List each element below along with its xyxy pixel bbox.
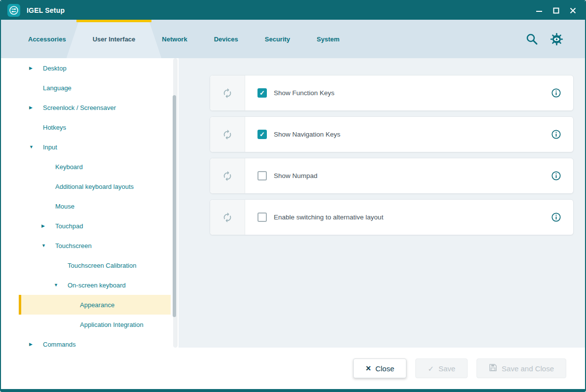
setting-card-show-numpad: Show Numpad [210, 158, 574, 194]
checkbox-show-function-keys[interactable] [257, 88, 267, 98]
chevron-right-icon[interactable]: ▶ [29, 66, 40, 71]
close-button-label: Close [375, 364, 394, 373]
sidebar-item-label: Language [43, 84, 72, 92]
reset-parameter-icon[interactable] [222, 129, 233, 140]
igel-setup-window: IGEL Setup AccessoriesUser InterfaceNetw… [0, 0, 586, 392]
tab-label: System [317, 36, 339, 43]
sidebar-tree: ▶DesktopLanguage▶Screenlock / Screensave… [1, 58, 179, 348]
minimize-icon [536, 7, 543, 14]
close-button[interactable]: × Close [353, 358, 406, 378]
close-x-icon: × [366, 364, 371, 373]
sidebar-item-commands[interactable]: ▶Commands [1, 334, 179, 348]
info-icon[interactable] [551, 88, 561, 98]
sidebar-scrollbar-thumb[interactable] [173, 95, 176, 317]
sidebar-item-desktop[interactable]: ▶Desktop [1, 58, 179, 78]
save-button[interactable]: ✓ Save [415, 358, 468, 378]
sidebar-item-label: Additional keyboard layouts [55, 183, 134, 190]
reset-cell [210, 200, 245, 235]
settings-list: Show Function Keys Show Navigation Keys [210, 75, 574, 235]
tab-bar: AccessoriesUser InterfaceNetworkDevicesS… [1, 20, 585, 58]
tab-label: Accessories [28, 36, 66, 43]
sidebar-item-mouse[interactable]: Mouse [1, 196, 179, 216]
sidebar-item-label: Touchpad [55, 222, 83, 230]
sidebar-item-touchpad[interactable]: ▶Touchpad [1, 216, 179, 236]
save-and-close-button[interactable]: Save and Close [476, 358, 566, 378]
setting-label: Show Navigation Keys [274, 131, 340, 138]
sidebar-item-hotkeys[interactable]: Hotkeys [1, 117, 179, 137]
title-bar: IGEL Setup [1, 1, 585, 20]
main-area: ▶DesktopLanguage▶Screenlock / Screensave… [1, 58, 585, 348]
checkbox-show-navigation-keys[interactable] [257, 130, 267, 139]
chevron-down-icon[interactable]: ▼ [29, 144, 40, 149]
setting-card-show-function-keys: Show Function Keys [210, 75, 574, 111]
sidebar-item-label: Keyboard [55, 163, 83, 171]
sidebar-item-label: Desktop [43, 65, 67, 72]
sidebar-item-on-screen-keyboard[interactable]: ▼On-screen keyboard [1, 275, 179, 295]
footer-bar: × Close ✓ Save Save and Close [1, 348, 585, 389]
sidebar-item-appearance[interactable]: Appearance [19, 295, 171, 315]
maximize-icon [553, 7, 559, 14]
tab-label: Security [265, 36, 290, 43]
sidebar-item-label: Application Integration [80, 321, 144, 328]
igel-logo-icon [7, 4, 20, 17]
reset-cell [210, 158, 245, 193]
sidebar-item-input[interactable]: ▼Input [1, 137, 179, 157]
tab-security[interactable]: Security [252, 20, 303, 58]
setting-label: Enable switching to alternative layout [274, 214, 383, 221]
sidebar-item-label: Commands [43, 341, 75, 348]
sidebar-item-label: Appearance [80, 301, 114, 309]
tab-system[interactable]: System [303, 20, 353, 58]
sidebar-item-touchscreen[interactable]: ▼Touchscreen [1, 236, 179, 255]
sidebar: ▶DesktopLanguage▶Screenlock / Screensave… [1, 58, 179, 348]
reset-cell [210, 117, 245, 152]
sidebar-item-keyboard[interactable]: Keyboard [1, 157, 179, 177]
tab-label: Network [162, 36, 187, 43]
check-icon: ✓ [428, 365, 434, 372]
sidebar-item-label: On-screen keyboard [68, 282, 126, 289]
maximize-button[interactable] [549, 3, 563, 17]
info-icon[interactable] [551, 171, 561, 181]
info-icon[interactable] [551, 212, 561, 222]
save-button-label: Save [439, 364, 455, 373]
tab-bar-icons [525, 20, 585, 58]
sidebar-item-label: Hotkeys [43, 124, 66, 131]
save-and-close-button-label: Save and Close [502, 364, 554, 373]
sidebar-item-screenlock-screensaver[interactable]: ▶Screenlock / Screensaver [1, 98, 179, 117]
chevron-down-icon[interactable]: ▼ [54, 283, 65, 287]
chevron-right-icon[interactable]: ▶ [29, 342, 40, 347]
reset-parameter-icon[interactable] [222, 171, 233, 181]
info-icon[interactable] [551, 129, 561, 140]
setting-card-enable-switching-to-alternative-layout: Enable switching to alternative layout [210, 199, 574, 235]
search-icon[interactable] [525, 33, 538, 45]
chevron-down-icon[interactable]: ▼ [41, 243, 52, 248]
checkbox-show-numpad[interactable] [257, 171, 267, 180]
chevron-right-icon[interactable]: ▶ [29, 105, 40, 110]
window-title: IGEL Setup [27, 6, 65, 14]
setting-label: Show Numpad [274, 172, 318, 179]
chevron-right-icon[interactable]: ▶ [41, 223, 52, 228]
checkbox-enable-switching-to-alternative-layout[interactable] [257, 213, 267, 222]
sidebar-item-additional-keyboard-layouts[interactable]: Additional keyboard layouts [1, 177, 179, 196]
close-window-button[interactable] [565, 3, 580, 17]
sidebar-item-label: Mouse [55, 203, 74, 210]
filter-settings-icon[interactable] [550, 33, 563, 46]
sidebar-item-touchscreen-calibration[interactable]: Touchscreen Calibration [1, 255, 179, 275]
sidebar-item-language[interactable]: Language [1, 78, 179, 98]
sidebar-item-application-integration[interactable]: Application Integration [1, 315, 179, 334]
sidebar-item-label: Input [43, 143, 57, 151]
reset-parameter-icon[interactable] [222, 212, 233, 223]
tab-label: Devices [214, 36, 238, 43]
settings-panel: Show Function Keys Show Navigation Keys [179, 58, 585, 348]
sidebar-scrollbar-track[interactable] [173, 58, 178, 348]
minimize-button[interactable] [532, 3, 547, 17]
tab-label: User Interface [93, 36, 136, 43]
sidebar-item-label: Screenlock / Screensaver [43, 104, 116, 111]
tab-list: AccessoriesUser InterfaceNetworkDevicesS… [15, 20, 353, 58]
setting-label: Show Function Keys [274, 89, 334, 97]
reset-cell [210, 75, 245, 110]
tab-user-interface[interactable]: User Interface [79, 20, 149, 58]
window-controls [532, 3, 580, 17]
tab-devices[interactable]: Devices [201, 20, 252, 58]
reset-parameter-icon[interactable] [222, 88, 233, 99]
sidebar-item-label: Touchscreen [55, 242, 92, 249]
